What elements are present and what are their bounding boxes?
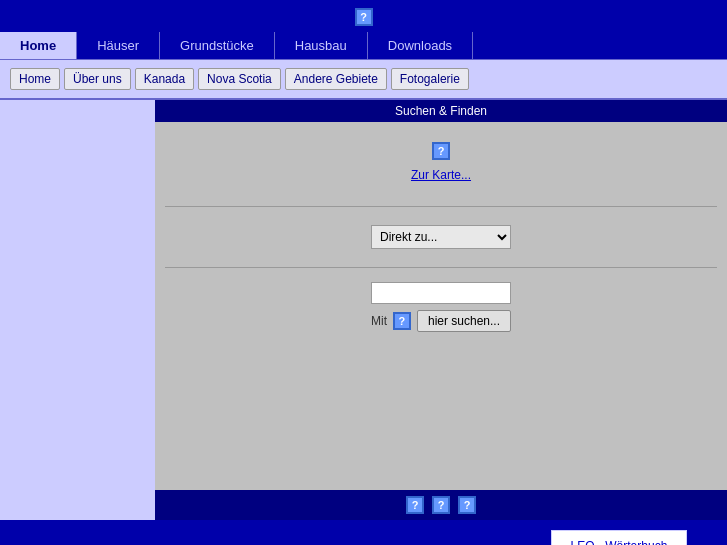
bottom-icon-1[interactable]: ? <box>406 496 424 514</box>
footer-box: LEO - Wörterbuch Deutsch <> Englisch <box>551 530 687 545</box>
content-body: ? Zur Karte... Direkt zu... Mit ? hier s… <box>155 122 727 490</box>
main-navigation: Home Häuser Grundstücke Hausbau Download… <box>0 32 727 60</box>
search-area: Mit ? hier suchen... <box>371 282 511 332</box>
map-icon[interactable]: ? <box>432 142 450 160</box>
footer-link-leo[interactable]: LEO - Wörterbuch <box>564 537 674 545</box>
nav-home[interactable]: Home <box>0 32 77 59</box>
content-wrapper: Suchen & Finden ? Zur Karte... Direkt zu… <box>0 100 727 520</box>
direkt-zu-select[interactable]: Direkt zu... <box>371 225 511 249</box>
bottom-icon-2[interactable]: ? <box>432 496 450 514</box>
nav-grundstuecke[interactable]: Grundstücke <box>160 32 275 59</box>
divider-2 <box>165 267 717 268</box>
dropdown-area: Direkt zu... <box>371 225 511 249</box>
left-sidebar <box>0 100 155 520</box>
search-button[interactable]: hier suchen... <box>417 310 511 332</box>
search-row: Mit ? hier suchen... <box>371 310 511 332</box>
content-bottom-bar: ? ? ? <box>155 490 727 520</box>
zur-karte-link[interactable]: Zur Karte... <box>411 168 471 182</box>
sub-nav-ueber-uns[interactable]: Über uns <box>64 68 131 90</box>
nav-hausbau[interactable]: Hausbau <box>275 32 368 59</box>
bottom-icon-3[interactable]: ? <box>458 496 476 514</box>
top-logo-area: ? <box>0 0 727 32</box>
footer-area: LEO - Wörterbuch Deutsch <> Englisch <box>0 520 727 545</box>
main-content: Suchen & Finden ? Zur Karte... Direkt zu… <box>155 100 727 520</box>
sub-nav-andere-gebiete[interactable]: Andere Gebiete <box>285 68 387 90</box>
map-icon-area: ? <box>432 142 450 160</box>
search-info-icon[interactable]: ? <box>393 312 411 330</box>
nav-haeuser[interactable]: Häuser <box>77 32 160 59</box>
sub-nav-kanada[interactable]: Kanada <box>135 68 194 90</box>
nav-downloads[interactable]: Downloads <box>368 32 473 59</box>
section-header: Suchen & Finden <box>155 100 727 122</box>
search-input[interactable] <box>371 282 511 304</box>
sub-nav-nova-scotia[interactable]: Nova Scotia <box>198 68 281 90</box>
sub-navigation: Home Über uns Kanada Nova Scotia Andere … <box>0 60 727 100</box>
divider-1 <box>165 206 717 207</box>
mit-label: Mit <box>371 314 387 328</box>
top-logo-icon: ? <box>355 8 373 26</box>
section-header-text: Suchen & Finden <box>395 104 487 118</box>
sub-nav-home[interactable]: Home <box>10 68 60 90</box>
sub-nav-fotogalerie[interactable]: Fotogalerie <box>391 68 469 90</box>
